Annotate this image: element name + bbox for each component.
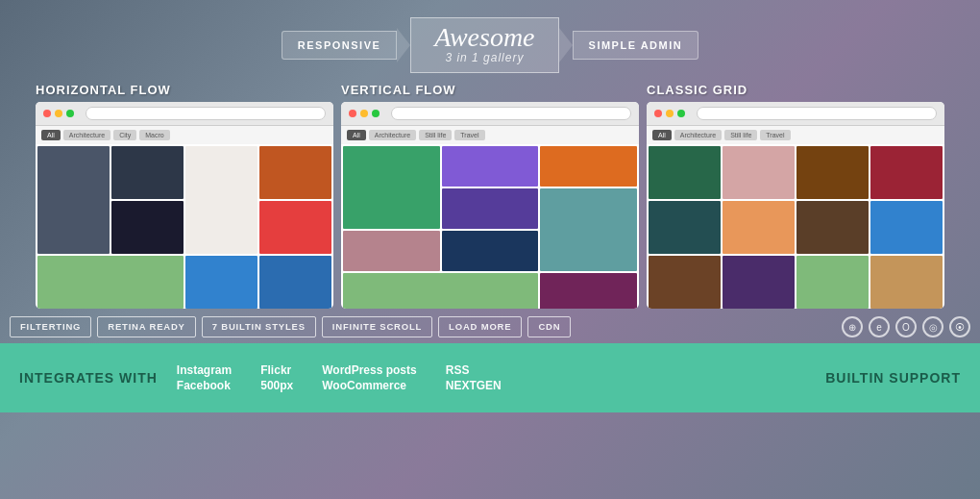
dot-green-2	[372, 110, 380, 117]
gallery-cell	[343, 146, 440, 229]
integrates-500px: 500px	[260, 379, 293, 392]
header: RESPONSIVE Awesome 3 in 1 gallery SIMPLE…	[0, 0, 980, 83]
feature-styles: 7 BUILTIN STYLES	[202, 316, 316, 337]
gallery-cell	[870, 256, 943, 309]
feature-load-more: LOAD MORE	[438, 316, 522, 337]
dot-green-1	[66, 110, 74, 117]
dot-yellow-2	[360, 110, 368, 117]
integrates-col-2: Flickr 500px	[260, 363, 293, 392]
integrates-content: Instagram Facebook Flickr 500px WordPres…	[177, 363, 806, 392]
gallery-cell	[442, 188, 539, 229]
integrates-woo: WooCommerce	[322, 379, 416, 392]
app-subtitle: 3 in 1 gallery	[434, 51, 534, 64]
gallery-cell	[442, 146, 539, 187]
filter-arch-2[interactable]: Architecture	[369, 130, 416, 140]
url-bar-3[interactable]	[697, 107, 937, 120]
app-title: Awesome	[434, 24, 534, 51]
dot-red-2	[349, 110, 356, 117]
gallery-cell	[796, 146, 869, 199]
gallery-cell	[649, 256, 721, 309]
arrow-icon-2	[559, 28, 573, 62]
gallery-cell	[343, 231, 440, 271]
integrates-wp: WordPress posts	[322, 363, 416, 377]
filter-travel-3[interactable]: Travel	[760, 130, 790, 140]
gallery-cell	[259, 256, 331, 309]
safari-icon: ⦿	[949, 316, 970, 337]
gallery-cell	[540, 273, 637, 309]
filter-all-1[interactable]: All	[41, 130, 61, 140]
gallery-cell	[796, 256, 869, 309]
gallery-cell	[649, 201, 721, 254]
integrates-facebook: Facebook	[177, 379, 232, 392]
filter-macro-1[interactable]: Macro	[139, 130, 169, 140]
integrates-instagram: Instagram	[177, 363, 232, 377]
ie-icon: e	[869, 316, 890, 337]
gallery-cell	[540, 188, 637, 271]
sections-row: HORIZONTAL FLOW All Architecture City Ma…	[0, 83, 980, 309]
vertical-content: All Architecture Still life Travel	[341, 126, 639, 309]
classic-section: CLASSIC GRID All Architecture Still life…	[647, 83, 944, 309]
filter-still-2[interactable]: Still life	[419, 130, 452, 140]
filter-still-3[interactable]: Still life	[724, 130, 757, 140]
responsive-badge: RESPONSIVE	[282, 31, 398, 60]
horizontal-content: All Architecture City Macro	[36, 126, 333, 309]
gallery-cell	[540, 146, 637, 187]
integrates-col-3: WordPress posts WooCommerce	[322, 363, 416, 392]
filter-travel-2[interactable]: Travel	[454, 130, 484, 140]
filter-arch-1[interactable]: Architecture	[63, 130, 110, 140]
arrow-icon	[397, 28, 410, 62]
gallery-cell	[870, 146, 943, 199]
vertical-browser: All Architecture Still life Travel	[341, 102, 639, 309]
gallery-cell	[343, 273, 538, 309]
dot-red-3	[654, 110, 662, 117]
gallery-cell	[185, 146, 257, 254]
url-bar-2[interactable]	[391, 107, 631, 120]
filter-bar-2: All Architecture Still life Travel	[341, 126, 639, 144]
filter-city-1[interactable]: City	[113, 130, 136, 140]
dot-red-1	[43, 110, 51, 117]
gallery-cell	[649, 146, 721, 199]
gallery-cell	[723, 146, 795, 199]
browser-bar-1	[36, 102, 333, 126]
dot-yellow-1	[55, 110, 62, 117]
integrates-nextgen: NEXTGEN	[446, 379, 502, 392]
vertical-label: VERTICAL FLOW	[341, 83, 639, 97]
chrome-icon: ⊕	[842, 316, 863, 337]
gallery-cell	[111, 146, 184, 199]
bottom-bar: INTEGRATES WITH Instagram Facebook Flick…	[0, 343, 980, 412]
integrates-col-4: RSS NEXTGEN	[446, 363, 502, 392]
classic-browser: All Architecture Still life Travel	[647, 102, 944, 309]
classic-gallery	[647, 144, 944, 309]
gallery-cell	[111, 201, 184, 254]
horizontal-label: HORIZONTAL FLOW	[36, 83, 333, 97]
feature-filtering: FILTERTING	[10, 316, 91, 337]
integrates-rss: RSS	[446, 363, 502, 377]
filter-bar-3: All Architecture Still life Travel	[647, 126, 944, 144]
title-block: Awesome 3 in 1 gallery	[410, 17, 558, 73]
filter-all-2[interactable]: All	[347, 130, 366, 140]
features-bar: FILTERTING RETINA READY 7 BUILTIN STYLES…	[0, 309, 980, 343]
horizontal-gallery	[36, 144, 333, 309]
horizontal-section: HORIZONTAL FLOW All Architecture City Ma…	[36, 83, 333, 309]
filter-all-3[interactable]: All	[652, 130, 672, 140]
horizontal-browser: All Architecture City Macro	[36, 102, 333, 309]
filter-bar-1: All Architecture City Macro	[36, 126, 333, 144]
firefox-icon: ◎	[922, 316, 943, 337]
browser-bar-3	[647, 102, 944, 126]
gallery-cell	[259, 201, 331, 254]
gallery-cell	[442, 231, 539, 271]
builtin-support-label: BUILTIN SUPPORT	[825, 370, 961, 386]
gallery-cell	[37, 146, 110, 254]
opera-icon: O	[895, 316, 917, 337]
vertical-section: VERTICAL FLOW All Architecture Still lif…	[341, 83, 639, 309]
gallery-cell	[185, 256, 257, 309]
feature-infinite-scroll: INFINITE SCROLL	[322, 316, 432, 337]
integrates-col-1: Instagram Facebook	[177, 363, 232, 392]
browser-icons-row: ⊕ e O ◎ ⦿	[842, 316, 970, 337]
dot-yellow-3	[666, 110, 674, 117]
classic-label: CLASSIC GRID	[647, 83, 944, 97]
url-bar-1[interactable]	[86, 107, 326, 120]
browser-bar-2	[341, 102, 639, 126]
dot-green-3	[677, 110, 685, 117]
filter-arch-3[interactable]: Architecture	[674, 130, 722, 140]
